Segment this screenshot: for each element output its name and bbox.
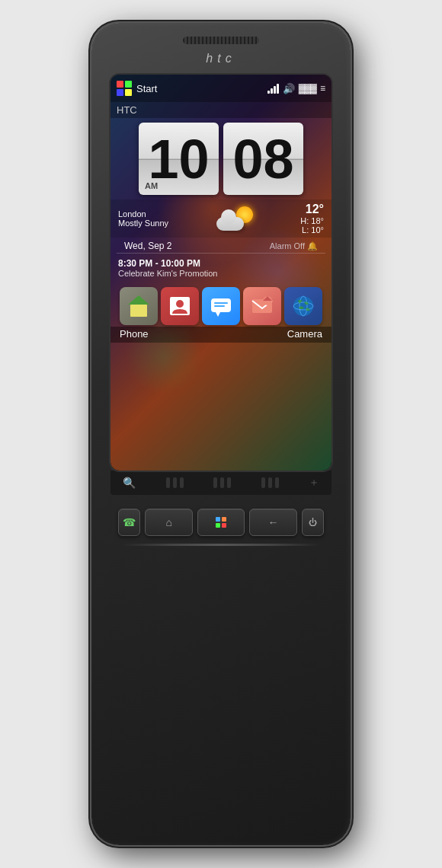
event-title: Celebrate Kim's Promotion [118, 269, 324, 278]
htc-logo: htc [206, 52, 235, 65]
clock-period: AM [145, 181, 158, 190]
svg-marker-5 [216, 312, 220, 317]
signal-bar-3 [274, 86, 276, 94]
keyboard-key[interactable] [180, 477, 184, 488]
alarm-icon: 🔔 [307, 241, 318, 251]
clock-minute-display[interactable]: 08 [223, 123, 303, 195]
apps-row [110, 282, 332, 327]
keyboard-key[interactable] [261, 477, 265, 488]
phone-label[interactable]: Phone [120, 328, 149, 340]
app-home[interactable] [120, 287, 158, 325]
weather-condition: Mostly Sunny [118, 219, 168, 228]
keyboard-plus-icon[interactable]: ＋ [309, 476, 319, 490]
keyboard-key-group-3 [261, 477, 279, 488]
power-button[interactable]: ⏻ [302, 509, 324, 536]
keyboard-area: 🔍 ＋ [110, 471, 332, 495]
weather-location: London Mostly Sunny [118, 209, 168, 228]
keyboard-key[interactable] [268, 477, 272, 488]
date-alarm-row: Wed, Sep 2 Alarm Off 🔔 [117, 238, 325, 254]
keyboard-key-group-2 [213, 477, 231, 488]
clock-widget: 10 AM 08 [110, 118, 332, 199]
keyboard-key-group-1 [166, 477, 184, 488]
app-contacts[interactable] [161, 287, 199, 325]
weather-temp: 12° H: 18° L: 10° [300, 203, 324, 235]
camera-label[interactable]: Camera [287, 328, 322, 340]
weather-city: London [118, 209, 168, 219]
svg-rect-3 [214, 302, 228, 304]
earth-icon [292, 295, 315, 318]
clock-hour-display[interactable]: 10 AM [139, 123, 219, 195]
bottom-bar [122, 544, 320, 546]
weather-section: London Mostly Sunny 12° H: 18° L: 10° [110, 199, 332, 238]
weather-icon [216, 206, 253, 231]
phone-device: htc Start [91, 23, 351, 845]
weather-current-temp: 12° [306, 203, 324, 215]
volume-icon: 🔊 [283, 83, 295, 94]
start-label[interactable]: Start [136, 83, 157, 94]
alarm-label: Alarm Off [270, 241, 305, 251]
app-internet[interactable] [284, 287, 322, 325]
battery-icon: ▓▓▓ [299, 83, 316, 94]
home-button[interactable]: ⌂ [145, 509, 192, 536]
speaker-top [183, 37, 259, 44]
status-right: 🔊 ▓▓▓ ≡ [267, 83, 325, 94]
contacts-icon [168, 295, 191, 317]
cloud-icon [216, 217, 244, 231]
event-time: 8:30 PM - 10:00 PM [118, 258, 324, 269]
keyboard-key[interactable] [213, 477, 217, 488]
screen-bezel: Start 🔊 ▓▓▓ ≡ [110, 75, 332, 471]
back-button[interactable]: ← [249, 509, 296, 536]
messages-icon [210, 295, 232, 317]
date-display: Wed, Sep 2 [124, 241, 171, 251]
status-left: Start [117, 81, 157, 96]
htc-screen-label: HTC [110, 102, 332, 118]
signal-bar-1 [267, 91, 270, 94]
svg-point-1 [176, 300, 184, 308]
keyboard-search-icon[interactable]: 🔍 [123, 477, 136, 489]
svg-rect-4 [214, 305, 225, 307]
keyboard-key[interactable] [275, 477, 279, 488]
signal-bar-4 [277, 84, 279, 94]
keyboard-key[interactable] [220, 477, 224, 488]
bottom-labels: Phone Camera [110, 327, 332, 343]
house-icon [128, 295, 149, 317]
weather-high: H: 18° [300, 216, 324, 225]
keyboard-key[interactable] [173, 477, 177, 488]
signal-bars-icon [267, 83, 279, 94]
menu-icon: ≡ [320, 83, 325, 94]
windows-logo-icon[interactable] [117, 81, 132, 96]
hardware-buttons: ☎ ⌂ ← ⏻ [110, 509, 332, 536]
htc-logo-area: htc [91, 47, 351, 70]
house-body [130, 305, 147, 317]
windows-button[interactable] [197, 509, 245, 536]
keyboard-key[interactable] [166, 477, 170, 488]
screen: Start 🔊 ▓▓▓ ≡ [110, 75, 332, 471]
app-mail[interactable] [243, 287, 281, 325]
mail-icon [251, 296, 274, 316]
event-section: 8:30 PM - 10:00 PM Celebrate Kim's Promo… [110, 254, 332, 282]
weather-low: L: 10° [300, 225, 324, 235]
house-roof [128, 295, 149, 305]
svg-point-9 [293, 296, 313, 316]
alarm-display: Alarm Off 🔔 [270, 241, 318, 251]
app-messages[interactable] [202, 287, 240, 325]
keyboard-key[interactable] [227, 477, 231, 488]
status-bar: Start 🔊 ▓▓▓ ≡ [110, 75, 332, 102]
call-button[interactable]: ☎ [118, 509, 140, 536]
signal-bar-2 [271, 88, 273, 94]
